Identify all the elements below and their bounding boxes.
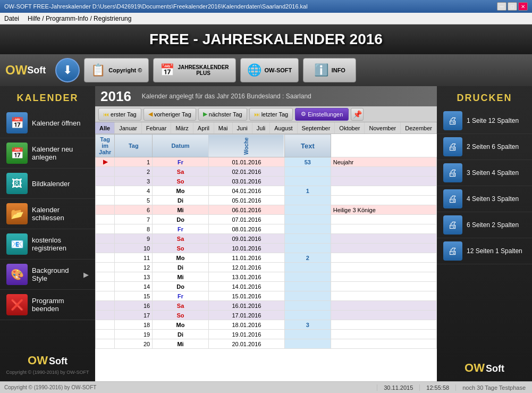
tab-alle[interactable]: Alle bbox=[95, 122, 115, 133]
sidebar-item-kalender-oeffnen[interactable]: 📅 Kalender öffnen bbox=[0, 108, 95, 138]
minimize-button[interactable]: ─ bbox=[497, 2, 506, 11]
cell-datum: 17.01.2016 bbox=[208, 311, 284, 320]
content-area: KALENDER 📅 Kalender öffnen 📅 Kalender ne… bbox=[0, 86, 532, 381]
tab-mai[interactable]: Mai bbox=[214, 122, 233, 133]
settings-button[interactable]: ⚙ Einstellungen bbox=[295, 108, 349, 121]
cell-text bbox=[331, 263, 436, 272]
print-6s2sp-button[interactable]: 🖨 6 Seiten 2 Spalten bbox=[437, 212, 532, 238]
cell-tag: Mi bbox=[153, 272, 209, 282]
tab-september[interactable]: September bbox=[298, 122, 335, 133]
status-trial: noch 30 Tage Testphase bbox=[456, 384, 532, 391]
cell-tag: Mi bbox=[153, 339, 209, 349]
cell-text bbox=[331, 186, 436, 196]
print-2s6sp-button[interactable]: 🖨 2 Seiten 6 Spalten bbox=[437, 134, 532, 160]
pin-icon: 📌 bbox=[353, 110, 362, 119]
sidebar-title: KALENDER bbox=[0, 88, 95, 108]
cell-tag: Mo bbox=[153, 186, 209, 196]
tab-august[interactable]: August bbox=[270, 122, 297, 133]
row-spacer bbox=[96, 291, 115, 301]
registrieren-icon: 📧 bbox=[6, 233, 28, 255]
row-spacer bbox=[96, 282, 115, 291]
print-12s1sp-label: 12 Seiten 1 Spalten bbox=[467, 247, 522, 255]
sidebar-item-background[interactable]: 🎨 Background Style ▶ bbox=[0, 260, 95, 290]
first-day-label: erster Tag bbox=[111, 111, 137, 118]
close-button[interactable]: ✕ bbox=[518, 2, 528, 11]
last-day-label: letzter Tag bbox=[261, 111, 289, 118]
cell-taginJahr: 4 bbox=[115, 186, 153, 196]
next-day-button[interactable]: ▶ nächster Tag bbox=[198, 108, 247, 121]
info-button[interactable]: ℹ️ INFO bbox=[303, 58, 356, 82]
row-spacer bbox=[96, 311, 115, 320]
tab-dezember[interactable]: Dezember bbox=[401, 122, 437, 133]
sidebar-item-schliessen[interactable]: 📂 Kalender schliessen bbox=[0, 199, 95, 229]
sidebar-item-bildkalender[interactable]: 🖼 Bildkalender bbox=[0, 169, 95, 199]
cell-taginJahr: 6 bbox=[115, 205, 153, 215]
calendar-area: 2016 Kalender angelegt für das Jahr 2016… bbox=[95, 86, 437, 381]
menu-hilfe[interactable]: Hilfe / Programm-Info / Registrierung bbox=[28, 15, 131, 22]
kalender-neu-icon: 📅 bbox=[6, 143, 28, 164]
cell-datum: 11.01.2016 bbox=[208, 253, 284, 263]
tab-januar[interactable]: Januar bbox=[115, 122, 142, 133]
tab-november[interactable]: November bbox=[365, 122, 401, 133]
jahreskalender-button[interactable]: 📅 JAHRESKALENDER PLUS bbox=[153, 58, 235, 82]
sidebar-logo-ow: OW bbox=[28, 354, 48, 367]
calendar-table-wrapper[interactable]: Tag imJahr Tag Datum Woche Text ▶ 1 Fr 0… bbox=[95, 134, 437, 381]
row-spacer bbox=[96, 244, 115, 253]
cell-datum: 14.01.2016 bbox=[208, 282, 284, 291]
cell-tag: So bbox=[153, 244, 209, 253]
row-spacer bbox=[96, 253, 115, 263]
info-label: INFO bbox=[332, 67, 345, 73]
tab-oktober[interactable]: Oktober bbox=[335, 122, 365, 133]
maximize-button[interactable]: □ bbox=[508, 2, 517, 11]
tab-juli[interactable]: Juli bbox=[252, 122, 271, 133]
table-header-row: Tag imJahr Tag Datum Woche Text bbox=[96, 135, 437, 157]
header-woche: Woche bbox=[208, 135, 284, 157]
prev-day-button[interactable]: ◀ vorheriger Tag bbox=[143, 108, 196, 121]
tab-juni[interactable]: Juni bbox=[233, 122, 252, 133]
cell-woche bbox=[285, 205, 331, 215]
logo-soft: Soft bbox=[27, 65, 46, 76]
cell-tag: Di bbox=[153, 330, 209, 339]
printer-icon-6: 🖨 bbox=[443, 241, 462, 261]
cell-woche bbox=[285, 196, 331, 205]
header-datum: Datum bbox=[153, 135, 209, 157]
last-day-button[interactable]: ⏭ letzter Tag bbox=[249, 108, 293, 121]
cell-taginJahr: 2 bbox=[115, 167, 153, 177]
table-row: 3 So 03.01.2016 bbox=[96, 177, 437, 186]
tab-maerz[interactable]: März bbox=[171, 122, 193, 133]
kalender-neu-label: Kalender neu anlegen bbox=[32, 145, 89, 161]
beenden-icon: ❌ bbox=[6, 294, 28, 315]
year-number: 2016 bbox=[100, 88, 131, 105]
cell-tag: Mo bbox=[153, 320, 209, 330]
first-day-button[interactable]: ⏮ erster Tag bbox=[98, 108, 141, 121]
pin-button[interactable]: 📌 bbox=[351, 108, 364, 121]
row-spacer bbox=[96, 205, 115, 215]
print-12s1sp-button[interactable]: 🖨 12 Seiten 1 Spalten bbox=[437, 238, 532, 264]
owsoft-button[interactable]: 🌐 OW-SOFT bbox=[240, 58, 299, 82]
print-4s3sp-button[interactable]: 🖨 4 Seiten 3 Spalten bbox=[437, 186, 532, 212]
cell-tag: Mi bbox=[153, 205, 209, 215]
print-3s4sp-button[interactable]: 🖨 3 Seiten 4 Spalten bbox=[437, 160, 532, 186]
download-button[interactable]: ⬇ bbox=[55, 58, 80, 82]
settings-icon: ⚙ bbox=[301, 111, 306, 118]
sidebar-item-kalender-neu[interactable]: 📅 Kalender neu anlegen bbox=[0, 138, 95, 169]
cell-taginJahr: 15 bbox=[115, 291, 153, 301]
sidebar-item-beenden[interactable]: ❌ Programm beenden bbox=[0, 290, 95, 320]
schliessen-icon: 📂 bbox=[6, 203, 28, 224]
schliessen-label: Kalender schliessen bbox=[32, 206, 89, 222]
cell-taginJahr: 1 bbox=[115, 157, 153, 167]
tab-februar[interactable]: Februar bbox=[142, 122, 172, 133]
sidebar-item-registrieren[interactable]: 📧 kostenlos registrieren bbox=[0, 229, 95, 260]
calendar-table: Tag imJahr Tag Datum Woche Text ▶ 1 Fr 0… bbox=[95, 134, 437, 349]
cell-taginJahr: 19 bbox=[115, 330, 153, 339]
cal-icon: 📅 bbox=[160, 63, 174, 77]
table-row: 4 Mo 04.01.2016 1 bbox=[96, 186, 437, 196]
month-tabs: Alle Januar Februar März April Mai Juni … bbox=[95, 122, 437, 134]
cell-tag: Sa bbox=[153, 234, 209, 244]
cell-datum: 08.01.2016 bbox=[208, 224, 284, 234]
first-arrow-icon: ⏮ bbox=[103, 111, 109, 118]
print-1s12sp-button[interactable]: 🖨 1 Seite 12 Spalten bbox=[437, 108, 532, 134]
tab-april[interactable]: April bbox=[193, 122, 214, 133]
menu-datei[interactable]: Datei bbox=[4, 15, 19, 22]
copyright-button[interactable]: 📋 Copyright © bbox=[84, 58, 149, 82]
